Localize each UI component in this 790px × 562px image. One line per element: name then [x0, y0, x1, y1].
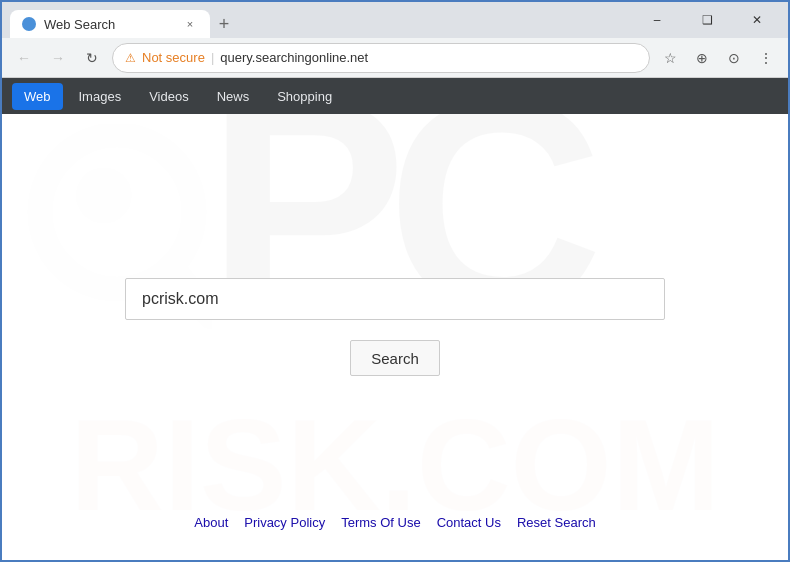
forward-button[interactable]: → [44, 44, 72, 72]
menu-button[interactable]: ⋮ [752, 44, 780, 72]
profile-button[interactable]: ⊙ [720, 44, 748, 72]
extensions-button[interactable]: ⊕ [688, 44, 716, 72]
privacy-link[interactable]: Privacy Policy [244, 515, 325, 530]
search-input[interactable] [125, 278, 665, 320]
address-bar: ← → ↻ ⚠ Not secure | query.searchingonli… [2, 38, 788, 78]
back-button[interactable]: ← [10, 44, 38, 72]
browser-tab[interactable]: Web Search × [10, 10, 210, 38]
url-box[interactable]: ⚠ Not secure | query.searchingonline.net [112, 43, 650, 73]
terms-link[interactable]: Terms Of Use [341, 515, 420, 530]
tab-favicon [22, 17, 36, 31]
tab-web[interactable]: Web [12, 83, 63, 110]
new-tab-button[interactable]: + [210, 10, 238, 38]
address-actions: ☆ ⊕ ⊙ ⋮ [656, 44, 780, 72]
security-text: Not secure [142, 50, 205, 65]
footer-links: About Privacy Policy Terms Of Use Contac… [2, 515, 788, 530]
restore-button[interactable]: ❑ [684, 2, 730, 38]
tab-videos[interactable]: Videos [137, 83, 201, 110]
svg-point-1 [76, 168, 131, 223]
reload-button[interactable]: ↻ [78, 44, 106, 72]
tab-area: Web Search × + [10, 2, 626, 38]
search-form: Search [125, 278, 665, 376]
title-bar: Web Search × + – ❑ ✕ [2, 2, 788, 38]
security-icon: ⚠ [125, 51, 136, 65]
minimize-button[interactable]: – [634, 2, 680, 38]
bookmark-button[interactable]: ☆ [656, 44, 684, 72]
nav-tabs-bar: Web Images Videos News Shopping [2, 78, 788, 114]
svg-point-0 [40, 135, 194, 289]
contact-link[interactable]: Contact Us [437, 515, 501, 530]
search-button[interactable]: Search [350, 340, 440, 376]
browser-window: Web Search × + – ❑ ✕ ← → ↻ ⚠ Not secure … [0, 0, 790, 562]
tab-images[interactable]: Images [67, 83, 134, 110]
url-separator: | [211, 50, 214, 65]
tab-news[interactable]: News [205, 83, 262, 110]
reset-search-link[interactable]: Reset Search [517, 515, 596, 530]
tab-shopping[interactable]: Shopping [265, 83, 344, 110]
about-link[interactable]: About [194, 515, 228, 530]
page-content: PC RISK.COM Search About Privacy Policy … [2, 114, 788, 560]
window-controls: – ❑ ✕ [634, 2, 780, 38]
close-button[interactable]: ✕ [734, 2, 780, 38]
tab-title: Web Search [44, 17, 115, 32]
url-text: query.searchingonline.net [220, 50, 368, 65]
tab-close-button[interactable]: × [182, 16, 198, 32]
